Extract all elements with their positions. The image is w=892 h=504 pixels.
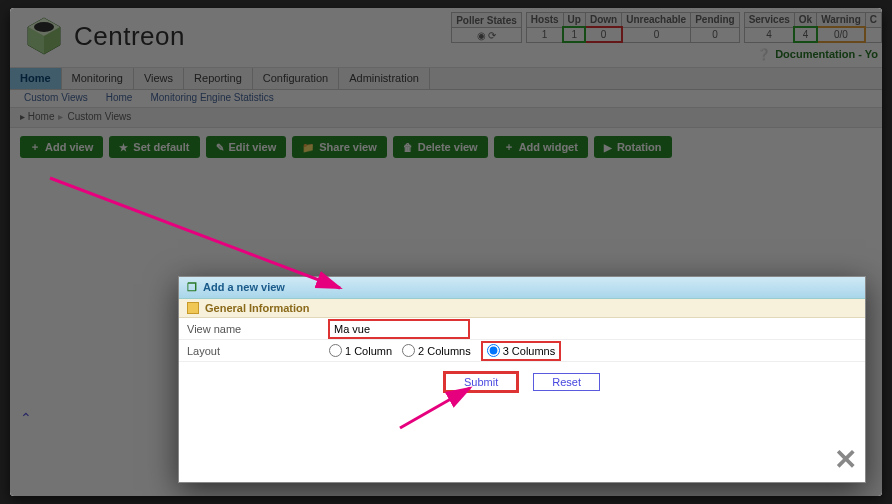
layout-label: Layout — [179, 345, 329, 357]
viewname-input[interactable] — [329, 320, 469, 338]
layout-3col[interactable]: 3 Columns — [487, 344, 556, 357]
close-icon[interactable]: ✕ — [834, 443, 857, 476]
modal-footer: Submit Reset — [179, 362, 865, 402]
row-layout: Layout 1 Column 2 Columns 3 Columns — [179, 340, 865, 362]
radio-1col[interactable] — [329, 344, 342, 357]
section-icon — [187, 302, 199, 314]
layout-2col[interactable]: 2 Columns — [402, 344, 471, 357]
layout-3col-highlight: 3 Columns — [481, 341, 562, 361]
section-title: General Information — [205, 302, 310, 314]
radio-2col[interactable] — [402, 344, 415, 357]
modal-title: Add a new view — [203, 281, 285, 293]
layout-1col[interactable]: 1 Column — [329, 344, 392, 357]
submit-button[interactable]: Submit — [444, 372, 518, 392]
row-viewname: View name — [179, 318, 865, 340]
radio-3col[interactable] — [487, 344, 500, 357]
section-header: General Information — [179, 299, 865, 318]
viewname-label: View name — [179, 323, 329, 335]
opt2-label: 2 Columns — [418, 345, 471, 357]
reset-button[interactable]: Reset — [533, 373, 600, 391]
modal-title-bar: ❐Add a new view — [179, 277, 865, 299]
add-view-modal: ❐Add a new view General Information View… — [178, 276, 866, 483]
opt3-label: 3 Columns — [503, 345, 556, 357]
window-icon: ❐ — [187, 281, 197, 293]
opt1-label: 1 Column — [345, 345, 392, 357]
